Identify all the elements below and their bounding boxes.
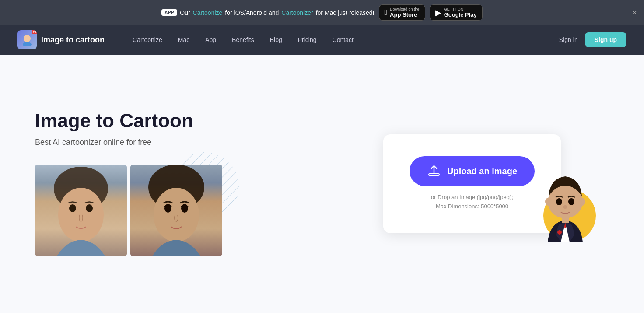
banner-before-text: Our (180, 9, 190, 16)
logo-face-svg (21, 33, 34, 46)
svg-point-7 (86, 204, 93, 212)
hero-left: Image to Cartoon Best AI cartoonizer onl… (35, 109, 309, 258)
svg-point-5 (58, 188, 104, 242)
nav-cartoonize[interactable]: Cartoonize (126, 33, 168, 47)
hero-title: Image to Cartoon (35, 109, 309, 133)
apple-icon:  (385, 8, 388, 17)
googleplay-text: GET IT ON Google Play (444, 7, 477, 18)
sign-in-link[interactable]: Sign in (559, 36, 578, 43)
logo-avatar: AI (18, 30, 37, 49)
appstore-label-lg: App Store (390, 11, 420, 18)
upload-hint: or Drop an Image (jpg/png/jpeg); Max Dim… (431, 193, 513, 211)
nav-pricing[interactable]: Pricing (292, 33, 323, 47)
upload-btn-label: Upload an Image (447, 166, 517, 176)
svg-point-10 (154, 188, 199, 242)
cartoon-character-svg (535, 154, 596, 242)
upload-area-wrapper: Upload an Image or Drop an Image (jpg/pn… (383, 134, 561, 233)
svg-point-0 (24, 35, 31, 42)
upload-hint-line2: Max Dimensions: 5000*5000 (431, 202, 513, 211)
hero-subtitle: Best AI cartoonizer online for free (35, 138, 309, 147)
appstore-text: Download on the App Store (390, 7, 420, 18)
app-badge: APP (161, 9, 177, 16)
cartoonize-link[interactable]: Cartoonize (193, 9, 223, 16)
top-banner: APP Our Cartoonize for iOS/Android and C… (0, 0, 644, 25)
face2-svg (130, 164, 222, 256)
upload-icon (427, 164, 441, 178)
svg-point-19 (563, 205, 567, 209)
cartoon-character (535, 154, 596, 242)
nav-actions: Sign in Sign up (559, 32, 626, 47)
svg-point-18 (568, 198, 574, 205)
logo-link[interactable]: AI Image to cartoon (18, 30, 105, 49)
nav-app[interactable]: App (199, 33, 222, 47)
svg-point-6 (69, 204, 76, 212)
banner-text: APP Our Cartoonize for iOS/Android and C… (161, 9, 374, 16)
svg-rect-14 (429, 174, 439, 175)
nav-contact[interactable]: Contact (326, 33, 360, 47)
svg-point-21 (579, 198, 585, 206)
hero-right: Upload an Image or Drop an Image (jpg/pn… (335, 134, 609, 233)
svg-point-22 (557, 230, 562, 234)
hero-section: Image to Cartoon Best AI cartoonizer onl… (0, 55, 644, 313)
logo-ai-badge: AI (32, 30, 37, 34)
upload-hint-line1: or Drop an Image (jpg/png/jpeg); (431, 193, 513, 202)
nav-benefits[interactable]: Benefits (226, 33, 260, 47)
banner-after-text: for Mac just released! (316, 9, 374, 16)
googleplay-label-sm: GET IT ON (444, 7, 477, 11)
sign-up-button[interactable]: Sign up (585, 32, 626, 47)
googleplay-label-lg: Google Play (444, 11, 477, 18)
svg-point-17 (556, 198, 562, 205)
hero-images (35, 164, 222, 256)
close-banner-button[interactable]: × (632, 8, 637, 17)
hero-photo-cartoon (130, 164, 222, 256)
svg-point-1 (23, 42, 32, 46)
cartoonizer-link[interactable]: Cartoonizer (281, 9, 313, 16)
nav-mac[interactable]: Mac (172, 33, 196, 47)
googleplay-button[interactable]: ▶ GET IT ON Google Play (430, 4, 483, 21)
nav-blog[interactable]: Blog (264, 33, 288, 47)
nav-links: Cartoonize Mac App Benefits Blog Pricing… (126, 33, 559, 47)
upload-button[interactable]: Upload an Image (410, 156, 535, 186)
logo-text: Image to cartoon (41, 35, 105, 45)
navbar: AI Image to cartoon Cartoonize Mac App B… (0, 25, 644, 55)
appstore-label-sm: Download on the (390, 7, 420, 11)
hero-photo-real (35, 164, 127, 256)
appstore-button[interactable]:  Download on the App Store (379, 4, 425, 21)
store-buttons:  Download on the App Store ▶ GET IT ON … (379, 4, 483, 21)
svg-point-20 (545, 198, 551, 206)
banner-middle-text: for iOS/Android and (225, 9, 279, 16)
googleplay-icon: ▶ (435, 8, 441, 18)
face1-svg (35, 164, 127, 256)
